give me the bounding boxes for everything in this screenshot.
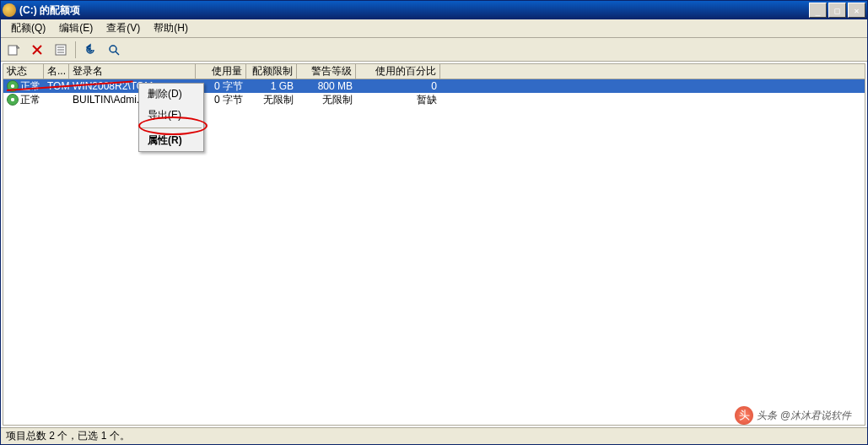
delete-button[interactable] — [28, 41, 46, 59]
col-header-2[interactable]: 登录名 — [69, 64, 196, 79]
menu-help[interactable]: 帮助(H) — [147, 19, 195, 37]
status-ok-icon — [7, 94, 19, 106]
find-button[interactable] — [105, 41, 123, 59]
menu-view[interactable]: 查看(V) — [100, 19, 147, 37]
cell: 0 — [356, 79, 440, 93]
titlebar[interactable]: (C:) 的配额项 _ □ ✕ — [1, 1, 867, 19]
cell: TOM — [44, 79, 69, 93]
menu-edit[interactable]: 编辑(E) — [52, 19, 100, 37]
svg-line-6 — [116, 52, 119, 55]
drive-icon — [3, 3, 16, 17]
quota-window: (C:) 的配额项 _ □ ✕ 配额(Q) 编辑(E) 查看(V) 帮助(H) … — [0, 0, 868, 445]
toolbar — [1, 38, 867, 62]
cell: 800 MB — [297, 79, 356, 93]
cell — [44, 93, 69, 106]
undo-button[interactable] — [81, 41, 100, 59]
cell: 暂缺 — [356, 93, 440, 106]
toolbar-separator — [75, 41, 76, 58]
menu-quota[interactable]: 配额(Q) — [4, 19, 52, 37]
svg-rect-0 — [8, 46, 17, 55]
col-header-1[interactable]: 名... — [44, 64, 69, 79]
properties-button[interactable] — [51, 41, 70, 59]
close-button[interactable]: ✕ — [848, 3, 865, 18]
maximize-button[interactable]: □ — [828, 3, 846, 18]
content-area: 状态名...登录名使用量配额限制警告等级使用的百分比 正常TOMWIN2008R… — [3, 63, 865, 426]
data-rows: 正常TOMWIN2008R2\TOM0 字节1 GB800 MB0正常BUILT… — [3, 79, 865, 106]
column-headers: 状态名...登录名使用量配额限制警告等级使用的百分比 — [3, 64, 865, 79]
table-row[interactable]: 正常BUILTIN\Admi...0 字节无限制无限制暂缺 — [3, 93, 865, 106]
new-entry-button[interactable] — [4, 41, 23, 59]
cell: 1 GB — [246, 79, 297, 93]
cell: 正常 — [3, 93, 44, 106]
ctx-properties[interactable]: 属性(R) — [139, 130, 203, 151]
cell: 无限制 — [297, 93, 356, 106]
svg-point-5 — [110, 46, 116, 52]
ctx-delete[interactable]: 删除(D) — [139, 84, 203, 105]
menubar: 配额(Q) 编辑(E) 查看(V) 帮助(H) — [1, 19, 867, 38]
quota-list[interactable]: 状态名...登录名使用量配额限制警告等级使用的百分比 正常TOMWIN2008R… — [3, 64, 865, 106]
ctx-separator — [141, 128, 202, 128]
col-header-3[interactable]: 使用量 — [196, 64, 246, 79]
context-menu: 删除(D) 导出(E) 属性(R) — [138, 83, 204, 152]
ctx-export[interactable]: 导出(E) — [139, 105, 203, 126]
col-header-0[interactable]: 状态 — [3, 64, 44, 79]
window-title: (C:) 的配额项 — [19, 3, 809, 18]
col-header-6[interactable]: 使用的百分比 — [356, 64, 440, 79]
statusbar: 项目总数 2 个，已选 1 个。 — [1, 427, 867, 444]
window-controls: _ □ ✕ — [809, 3, 865, 18]
cell: 无限制 — [246, 93, 297, 106]
minimize-button[interactable]: _ — [809, 3, 827, 18]
col-header-4[interactable]: 配额限制 — [246, 64, 297, 79]
cell: 正常 — [3, 79, 44, 93]
status-ok-icon — [7, 80, 19, 92]
status-text: 项目总数 2 个，已选 1 个。 — [6, 429, 130, 443]
table-row[interactable]: 正常TOMWIN2008R2\TOM0 字节1 GB800 MB0 — [3, 79, 865, 93]
col-header-5[interactable]: 警告等级 — [297, 64, 356, 79]
